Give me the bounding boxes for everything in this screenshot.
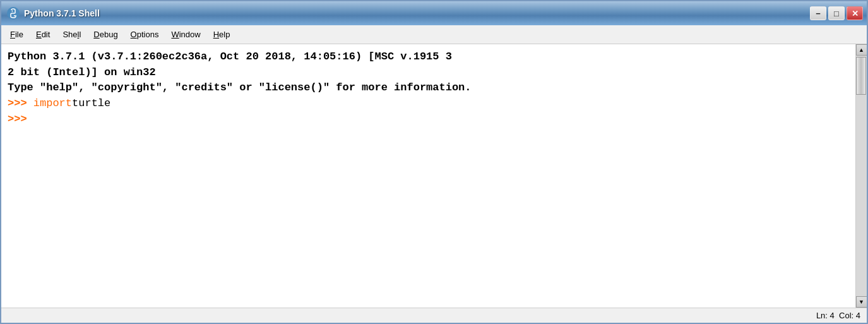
menu-help[interactable]: Help bbox=[207, 28, 237, 41]
scroll-thumb[interactable] bbox=[856, 57, 866, 95]
content-wrapper: Python 3.7.1 (v3.7.1:260ec2c36a, Oct 20 … bbox=[1, 44, 867, 308]
shell-output[interactable]: Python 3.7.1 (v3.7.1:260ec2c36a, Oct 20 … bbox=[1, 44, 855, 308]
prompt-1: >>> bbox=[8, 96, 27, 112]
menu-options[interactable]: Options bbox=[124, 28, 165, 41]
maximize-button[interactable]: □ bbox=[828, 6, 845, 20]
menu-file[interactable]: File bbox=[4, 28, 30, 41]
scroll-down-button[interactable]: ▼ bbox=[856, 296, 867, 308]
svg-point-1 bbox=[12, 11, 13, 12]
menu-shell[interactable]: Shell bbox=[56, 28, 87, 41]
code-turtle: turtle bbox=[72, 96, 110, 112]
title-text: Python 3.7.1 Shell bbox=[24, 8, 100, 18]
menu-edit[interactable]: Edit bbox=[30, 28, 56, 41]
title-bar-left: Python 3.7.1 Shell bbox=[6, 6, 100, 20]
info-line-1: Python 3.7.1 (v3.7.1:260ec2c36a, Oct 20 … bbox=[8, 49, 849, 65]
menu-bar: File Edit Shell Debug Options Window Hel… bbox=[1, 25, 867, 44]
svg-point-2 bbox=[14, 15, 15, 16]
ln-status: Ln: 4 bbox=[816, 311, 835, 320]
scrollbar[interactable]: ▲ ▼ bbox=[855, 44, 867, 308]
menu-window[interactable]: Window bbox=[165, 28, 206, 41]
scroll-up-button[interactable]: ▲ bbox=[856, 44, 867, 56]
title-bar: Python 3.7.1 Shell − □ ✕ bbox=[1, 1, 867, 25]
menu-debug[interactable]: Debug bbox=[87, 28, 124, 41]
python-icon bbox=[6, 6, 20, 20]
close-button[interactable]: ✕ bbox=[847, 6, 863, 20]
keyword-import: import bbox=[33, 96, 72, 112]
command-line-2[interactable]: >>> bbox=[8, 112, 849, 128]
title-buttons: − □ ✕ bbox=[810, 6, 863, 20]
main-window: Python 3.7.1 Shell − □ ✕ File Edit Shell… bbox=[0, 0, 868, 324]
prompt-2: >>> bbox=[8, 112, 27, 128]
col-status: Col: 4 bbox=[839, 311, 860, 320]
command-line-1: >>> import turtle bbox=[8, 96, 849, 112]
info-line-3: Type "help", "copyright", "credits" or "… bbox=[8, 80, 849, 96]
scroll-track[interactable] bbox=[856, 56, 867, 296]
status-bar: Ln: 4 Col: 4 bbox=[1, 308, 867, 323]
minimize-button[interactable]: − bbox=[810, 6, 826, 20]
info-line-2: 2 bit (Intel)] on win32 bbox=[8, 65, 849, 81]
